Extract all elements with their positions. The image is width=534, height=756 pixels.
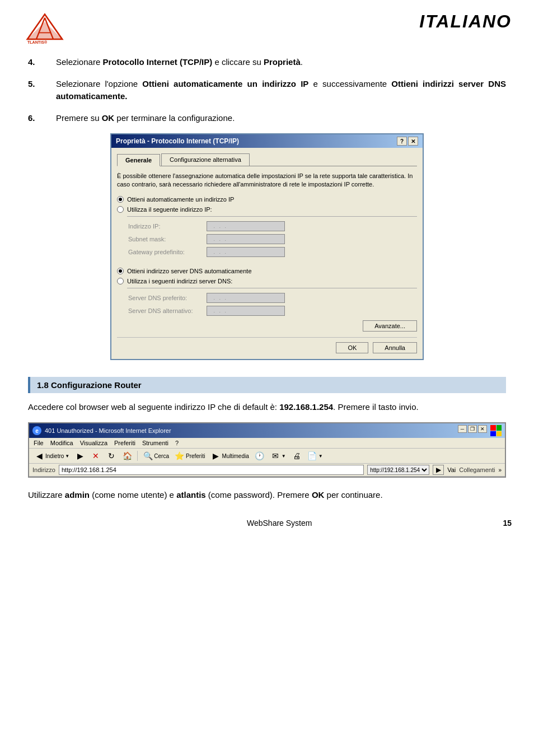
avanzate-row: Avanzate...: [117, 320, 417, 332]
toolbar-stampa[interactable]: 🖨: [290, 450, 303, 461]
toolbar-aggiorna[interactable]: ↻: [105, 450, 118, 461]
toolbar-cronologia[interactable]: 🕐: [253, 450, 266, 461]
refresh-icon: ↻: [106, 451, 116, 461]
back-dropdown-icon: ▼: [65, 454, 69, 459]
toolbar-preferiti[interactable]: ⭐ Preferiti: [173, 450, 207, 461]
favorites-icon: ⭐: [175, 451, 185, 461]
toolbar-posta[interactable]: ✉ ▼: [269, 450, 288, 461]
browser-titlebar: e 401 Unauthorized - Microsoft Internet …: [29, 423, 505, 438]
annulla-button[interactable]: Annulla: [373, 342, 417, 353]
browser-title-left: e 401 Unauthorized - Microsoft Internet …: [32, 426, 171, 435]
browser-screenshot: e 401 Unauthorized - Microsoft Internet …: [28, 422, 506, 478]
address-dropdown[interactable]: http://192.168.1.254: [367, 465, 429, 475]
dialog-tabs: Generale Configurazione alternativa: [117, 153, 417, 166]
wf-q3: [490, 431, 496, 437]
field-subnet-mask: Subnet mask:: [117, 234, 417, 244]
address-input[interactable]: [59, 465, 364, 475]
menu-visualizza[interactable]: Visualizza: [80, 440, 107, 446]
field-dns-preferito: Server DNS preferito:: [117, 293, 417, 303]
links-chevron-icon[interactable]: »: [498, 467, 502, 473]
toolbar-home[interactable]: 🏠: [120, 450, 134, 461]
browser-addressbar: Indirizzo http://192.168.1.254 ▶ Vai Col…: [29, 464, 505, 477]
radio-dns-label: Ottieni indirizzo server DNS automaticam…: [127, 268, 252, 274]
menu-strumenti[interactable]: Strumenti: [142, 440, 168, 446]
default-ip: 192.168.1.254: [279, 402, 333, 412]
field-dns-alternativo: Server DNS alternativo:: [117, 306, 417, 316]
field-dns-preferito-input[interactable]: [207, 293, 285, 303]
menu-preferiti[interactable]: Preferiti: [114, 440, 135, 446]
menu-help[interactable]: ?: [175, 440, 179, 446]
language-label: ITALIANO: [419, 11, 512, 32]
links-label: Collegamenti: [459, 466, 495, 473]
radio-dns-manuale[interactable]: Utilizza i seguenti indirizzi server DNS…: [117, 278, 417, 284]
back-icon: ◀: [34, 451, 44, 461]
toolbar-modifica[interactable]: 📄 ▼: [306, 450, 325, 461]
field-gateway-label: Gateway predefinito:: [117, 249, 207, 255]
radio-ottieni-automaticamente[interactable]: Ottieni automaticamente un indirizzo IP: [117, 196, 417, 203]
divider-2: [127, 288, 417, 288]
toolbar-cerca[interactable]: 🔍 Cerca: [141, 450, 171, 461]
field-gateway-input[interactable]: [207, 247, 285, 257]
field-indirizzo-ip-label: Indirizzo IP:: [117, 223, 207, 230]
edit-icon: 📄: [307, 451, 317, 461]
toolbar-multimedia[interactable]: ▶ Multimedia: [209, 450, 250, 461]
section-1-8-title: 1.8 Configurazione Router: [37, 380, 142, 390]
step-6-number: 6.: [28, 112, 56, 125]
search-icon: 🔍: [143, 451, 153, 461]
go-arrow-icon[interactable]: ▶: [433, 465, 444, 475]
radio-utilizza-label: Utilizza il seguente indirizzo IP:: [127, 206, 212, 213]
step-5-number: 5.: [28, 78, 56, 103]
admin-text: admin: [65, 490, 90, 500]
dialog-info: È possibile ottenere l'assegnazione auto…: [117, 172, 417, 189]
wf-q2: [496, 425, 502, 431]
vai-button[interactable]: Vai: [447, 466, 456, 473]
step-5: 5. Selezionare l'opzione Ottieni automat…: [28, 78, 506, 103]
menu-modifica[interactable]: Modifica: [50, 440, 73, 446]
browser-restore-button[interactable]: ❐: [468, 425, 477, 433]
step-4: 4. Selezionare Protocollo Internet (TCP/…: [28, 56, 506, 69]
tab-generale[interactable]: Generale: [117, 154, 160, 166]
address-label: Indirizzo: [32, 466, 55, 473]
menu-file[interactable]: File: [34, 440, 44, 446]
radio-ottieni-label: Ottieni automaticamente un indirizzo IP: [127, 196, 234, 203]
toolbar-multimedia-label: Multimedia: [222, 453, 249, 459]
atlantis-logo: TLANTIS® AND: [22, 11, 67, 45]
ok-text: OK: [312, 490, 325, 500]
field-dns-preferito-label: Server DNS preferito:: [117, 295, 207, 301]
toolbar-sep-1: [137, 451, 138, 461]
radio-utilizza-icon: [117, 206, 124, 213]
footer-product-name: WebShare System: [56, 519, 503, 528]
radio-dns-automaticamente[interactable]: Ottieni indirizzo server DNS automaticam…: [117, 268, 417, 274]
home-icon: 🏠: [122, 451, 132, 461]
dialog-titlebar-buttons: ? ✕: [397, 137, 418, 146]
radio-utilizza-seguente[interactable]: Utilizza il seguente indirizzo IP:: [117, 206, 417, 213]
toolbar-stop[interactable]: ✕: [89, 450, 102, 461]
field-indirizzo-ip: Indirizzo IP:: [117, 221, 417, 231]
print-icon: 🖨: [292, 451, 302, 461]
step-4-text: Selezionare Protocollo Internet (TCP/IP)…: [56, 56, 506, 69]
wf-q4: [496, 431, 502, 437]
step-6-text: Premere su OK per terminare la configura…: [56, 112, 506, 125]
browser-close-button[interactable]: ✕: [478, 425, 487, 433]
toolbar-posta-dropdown: ▼: [282, 454, 286, 459]
field-subnet-mask-input[interactable]: [207, 234, 285, 244]
radio-dns-icon: [117, 268, 124, 274]
footer-page-number: 15: [503, 519, 512, 528]
browser-menubar: File Modifica Visualizza Preferiti Strum…: [29, 438, 505, 449]
toolbar-avanti[interactable]: ▶: [73, 450, 87, 461]
ie-icon: e: [32, 426, 41, 435]
toolbar-indietro[interactable]: ◀ Indietro ▼: [32, 450, 71, 461]
avanzate-button[interactable]: Avanzate...: [363, 320, 417, 332]
dialog-help-button[interactable]: ?: [397, 137, 407, 146]
dialog-close-button[interactable]: ✕: [408, 137, 418, 146]
section-1-8-header: 1.8 Configurazione Router: [28, 377, 506, 393]
browser-minimize-button[interactable]: ─: [458, 425, 467, 433]
divider-1: [127, 216, 417, 217]
tab-configurazione-alternativa[interactable]: Configurazione alternativa: [161, 153, 250, 166]
toolbar-indietro-label: Indietro: [45, 453, 64, 459]
field-dns-alternativo-input[interactable]: [207, 306, 285, 316]
field-indirizzo-ip-input[interactable]: [207, 221, 285, 231]
ok-button[interactable]: OK: [336, 342, 368, 353]
radio-dns-manuale-icon: [117, 278, 124, 284]
stop-icon: ✕: [91, 451, 101, 461]
